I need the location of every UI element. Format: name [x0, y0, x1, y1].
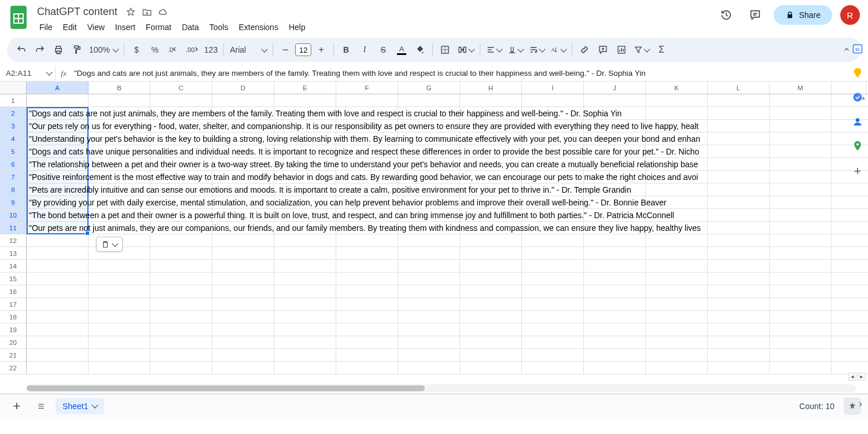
row-header-4[interactable]: 4: [0, 133, 26, 145]
row-header-18[interactable]: 18: [0, 311, 26, 323]
wrap-button[interactable]: [527, 41, 547, 58]
row-header-7[interactable]: 7: [0, 171, 26, 183]
row-header-21[interactable]: 21: [0, 349, 26, 362]
menu-tools[interactable]: Tools: [205, 20, 233, 34]
tasks-icon[interactable]: [852, 91, 863, 103]
status-count[interactable]: Count: 10: [799, 402, 834, 411]
addons-plus-icon[interactable]: +: [851, 164, 865, 178]
merge-button[interactable]: [455, 41, 476, 58]
menu-view[interactable]: View: [83, 20, 109, 34]
horizontal-scrollbar[interactable]: [27, 384, 856, 392]
select-all-corner[interactable]: [0, 82, 27, 94]
percent-button[interactable]: %: [146, 41, 164, 58]
col-header-J[interactable]: J: [584, 82, 646, 94]
row-header-9[interactable]: 9: [0, 196, 26, 209]
paste-options-button[interactable]: [96, 237, 123, 252]
paint-format-icon[interactable]: [68, 41, 86, 58]
font-select[interactable]: Arial: [227, 41, 269, 58]
increase-decimal-icon[interactable]: .00: [183, 41, 201, 58]
star-icon[interactable]: [126, 7, 136, 17]
menu-insert[interactable]: Insert: [111, 20, 140, 34]
cloud-status-icon[interactable]: [158, 7, 168, 17]
row-header-6[interactable]: 6: [0, 158, 26, 171]
calendar-icon[interactable]: 31: [852, 43, 863, 54]
undo-icon[interactable]: [13, 41, 30, 58]
font-size-input[interactable]: [295, 43, 311, 56]
h-align-button[interactable]: [484, 41, 504, 58]
decrease-decimal-icon[interactable]: .0: [165, 41, 182, 58]
comments-icon[interactable]: [745, 5, 766, 25]
rotate-text-button[interactable]: A: [548, 41, 568, 58]
decrease-font-icon[interactable]: −: [277, 41, 294, 58]
spreadsheet-grid[interactable]: ABCDEFGHIJKLM 12345678910111213141516171…: [0, 82, 868, 394]
formula-input[interactable]: "Dogs and cats are not just animals, the…: [72, 69, 868, 78]
keep-icon[interactable]: [852, 67, 863, 79]
borders-button[interactable]: [436, 41, 454, 58]
row-header-22[interactable]: 22: [0, 362, 26, 374]
bold-button[interactable]: B: [337, 41, 355, 58]
filter-icon[interactable]: [631, 41, 652, 58]
name-box[interactable]: A2:A11: [0, 65, 56, 81]
print-icon[interactable]: [50, 41, 67, 58]
menu-edit[interactable]: Edit: [58, 20, 82, 34]
expand-panel-icon[interactable]: [856, 400, 865, 409]
col-header-E[interactable]: E: [274, 82, 336, 94]
strike-button[interactable]: S: [374, 41, 392, 58]
contacts-icon[interactable]: [852, 116, 863, 127]
history-icon[interactable]: [716, 5, 737, 25]
maps-icon[interactable]: [852, 140, 863, 152]
menu-data[interactable]: Data: [177, 20, 204, 34]
col-header-F[interactable]: F: [336, 82, 398, 94]
menu-file[interactable]: File: [35, 20, 57, 34]
col-header-M[interactable]: M: [770, 82, 832, 94]
col-header-B[interactable]: B: [89, 82, 150, 94]
insert-comment-icon[interactable]: [594, 41, 612, 58]
sheets-app-icon[interactable]: [8, 5, 29, 31]
row-header-1[interactable]: 1: [0, 94, 26, 107]
col-header-G[interactable]: G: [398, 82, 460, 94]
all-sheets-button[interactable]: [31, 396, 51, 416]
col-header-L[interactable]: L: [708, 82, 770, 94]
share-button[interactable]: Share: [774, 5, 832, 25]
col-header-A[interactable]: A: [27, 82, 89, 94]
link-icon[interactable]: [576, 41, 593, 58]
row-header-12[interactable]: 12: [0, 234, 26, 247]
fill-color-button[interactable]: [411, 41, 429, 58]
col-header-C[interactable]: C: [150, 82, 212, 94]
row-header-11[interactable]: 11: [0, 222, 26, 234]
col-header-K[interactable]: K: [646, 82, 708, 94]
insert-chart-icon[interactable]: [613, 41, 630, 58]
row-header-19[interactable]: 19: [0, 323, 26, 336]
menu-extensions[interactable]: Extensions: [234, 20, 282, 34]
add-sheet-button[interactable]: +: [7, 396, 27, 416]
col-header-I[interactable]: I: [522, 82, 584, 94]
text-color-button[interactable]: A: [393, 41, 410, 58]
row-header-15[interactable]: 15: [0, 273, 26, 285]
menu-help[interactable]: Help: [284, 20, 310, 34]
move-folder-icon[interactable]: [142, 7, 152, 17]
sheet-tab-active[interactable]: Sheet1: [56, 398, 104, 414]
document-title[interactable]: ChatGPT content: [35, 5, 120, 19]
functions-icon[interactable]: Σ: [653, 41, 670, 58]
zoom-select[interactable]: 100%: [87, 41, 120, 58]
currency-button[interactable]: $: [128, 41, 145, 58]
col-header-D[interactable]: D: [212, 82, 274, 94]
italic-button[interactable]: I: [356, 41, 373, 58]
row-header-20[interactable]: 20: [0, 336, 26, 349]
svg-point-18: [856, 143, 859, 145]
row-header-16[interactable]: 16: [0, 285, 26, 298]
row-header-10[interactable]: 10: [0, 209, 26, 222]
v-align-button[interactable]: [505, 41, 525, 58]
row-header-17[interactable]: 17: [0, 298, 26, 311]
col-header-H[interactable]: H: [460, 82, 522, 94]
row-header-13[interactable]: 13: [0, 247, 26, 260]
format-123-button[interactable]: 123: [202, 41, 220, 58]
row-header-5[interactable]: 5: [0, 145, 26, 158]
menu-format[interactable]: Format: [141, 20, 176, 34]
redo-icon[interactable]: [31, 41, 49, 58]
row-header-2[interactable]: 2: [0, 107, 26, 120]
row-header-8[interactable]: 8: [0, 183, 26, 196]
increase-font-icon[interactable]: +: [312, 41, 330, 58]
row-header-14[interactable]: 14: [0, 260, 26, 273]
row-header-3[interactable]: 3: [0, 120, 26, 133]
